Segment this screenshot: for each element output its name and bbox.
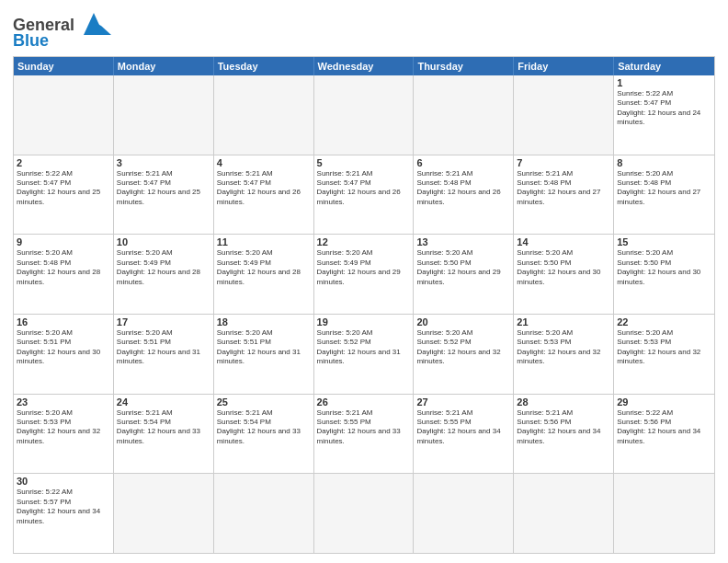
cal-week-5: 30Sunrise: 5:22 AMSunset: 5:57 PMDayligh… [14, 473, 714, 553]
cal-cell-empty [14, 75, 114, 155]
cell-info: Sunrise: 5:20 AMSunset: 5:50 PMDaylight:… [617, 248, 711, 287]
cell-info: Sunrise: 5:22 AMSunset: 5:57 PMDaylight:… [17, 488, 110, 526]
cell-info: Sunrise: 5:20 AMSunset: 5:51 PMDaylight:… [217, 328, 311, 367]
cell-info: Sunrise: 5:20 AMSunset: 5:50 PMDaylight:… [517, 248, 610, 287]
cal-cell-25: 25Sunrise: 5:21 AMSunset: 5:54 PMDayligh… [214, 395, 314, 474]
cal-cell-5: 5Sunrise: 5:21 AMSunset: 5:47 PMDaylight… [314, 155, 415, 235]
day-number: 21 [517, 316, 610, 327]
cal-cell-empty [414, 75, 514, 155]
cell-info: Sunrise: 5:21 AMSunset: 5:48 PMDaylight:… [517, 169, 610, 208]
day-number: 11 [217, 236, 311, 247]
day-number: 14 [517, 236, 610, 247]
cal-cell-3: 3Sunrise: 5:21 AMSunset: 5:47 PMDaylight… [114, 155, 214, 235]
day-number: 13 [416, 236, 510, 247]
cell-info: Sunrise: 5:22 AMSunset: 5:56 PMDaylight:… [617, 408, 711, 447]
cal-cell-empty [514, 75, 614, 155]
cell-info: Sunrise: 5:20 AMSunset: 5:48 PMDaylight:… [617, 169, 711, 208]
cell-info: Sunrise: 5:21 AMSunset: 5:47 PMDaylight:… [117, 169, 210, 208]
cal-header-tuesday: Tuesday [214, 57, 314, 75]
cal-cell-30: 30Sunrise: 5:22 AMSunset: 5:57 PMDayligh… [14, 474, 114, 553]
cell-info: Sunrise: 5:20 AMSunset: 5:49 PMDaylight:… [117, 248, 210, 287]
cal-cell-7: 7Sunrise: 5:21 AMSunset: 5:48 PMDaylight… [514, 155, 614, 235]
cal-week-4: 23Sunrise: 5:20 AMSunset: 5:53 PMDayligh… [14, 394, 714, 474]
day-number: 3 [117, 157, 210, 168]
cal-cell-22: 22Sunrise: 5:20 AMSunset: 5:53 PMDayligh… [614, 315, 714, 394]
day-number: 26 [317, 396, 411, 408]
page: General Blue SundayMondayTuesdayWednesda… [0, 0, 728, 563]
cell-info: Sunrise: 5:21 AMSunset: 5:48 PMDaylight:… [416, 169, 510, 208]
cal-cell-empty [114, 75, 214, 155]
cell-info: Sunrise: 5:21 AMSunset: 5:54 PMDaylight:… [217, 408, 311, 447]
cell-info: Sunrise: 5:21 AMSunset: 5:56 PMDaylight:… [517, 408, 610, 447]
cal-cell-17: 17Sunrise: 5:20 AMSunset: 5:51 PMDayligh… [114, 315, 214, 394]
day-number: 27 [416, 396, 510, 408]
day-number: 28 [517, 396, 610, 408]
day-number: 17 [117, 316, 210, 327]
cal-header-sunday: Sunday [14, 57, 114, 75]
day-number: 22 [617, 316, 711, 327]
cal-cell-11: 11Sunrise: 5:20 AMSunset: 5:49 PMDayligh… [214, 235, 314, 314]
cell-info: Sunrise: 5:20 AMSunset: 5:52 PMDaylight:… [416, 328, 510, 367]
cell-info: Sunrise: 5:22 AMSunset: 5:47 PMDaylight:… [617, 89, 711, 128]
cal-header-monday: Monday [114, 57, 214, 75]
cal-header-thursday: Thursday [414, 57, 514, 75]
calendar: SundayMondayTuesdayWednesdayThursdayFrid… [13, 56, 715, 554]
day-number: 10 [117, 236, 210, 247]
cal-cell-26: 26Sunrise: 5:21 AMSunset: 5:55 PMDayligh… [314, 395, 415, 474]
cal-cell-23: 23Sunrise: 5:20 AMSunset: 5:53 PMDayligh… [14, 395, 114, 474]
day-number: 5 [317, 157, 411, 168]
cal-cell-empty [114, 474, 214, 553]
cal-cell-18: 18Sunrise: 5:20 AMSunset: 5:51 PMDayligh… [214, 315, 314, 394]
logo-blue-text: Blue [13, 31, 49, 51]
cal-cell-27: 27Sunrise: 5:21 AMSunset: 5:55 PMDayligh… [414, 395, 514, 474]
cal-header-friday: Friday [514, 57, 614, 75]
logo-icon [76, 9, 111, 37]
day-number: 7 [517, 157, 610, 168]
cal-cell-empty [214, 474, 314, 553]
day-number: 30 [17, 476, 110, 487]
calendar-header: SundayMondayTuesdayWednesdayThursdayFrid… [14, 57, 714, 75]
cal-cell-20: 20Sunrise: 5:20 AMSunset: 5:52 PMDayligh… [414, 315, 514, 394]
day-number: 23 [17, 396, 110, 408]
cal-cell-12: 12Sunrise: 5:20 AMSunset: 5:49 PMDayligh… [314, 235, 415, 314]
cell-info: Sunrise: 5:20 AMSunset: 5:48 PMDaylight:… [17, 248, 110, 287]
cell-info: Sunrise: 5:20 AMSunset: 5:53 PMDaylight:… [617, 328, 711, 367]
cell-info: Sunrise: 5:22 AMSunset: 5:47 PMDaylight:… [17, 169, 110, 208]
day-number: 19 [317, 316, 411, 327]
day-number: 2 [17, 157, 110, 168]
cell-info: Sunrise: 5:20 AMSunset: 5:53 PMDaylight:… [17, 408, 110, 447]
cal-cell-24: 24Sunrise: 5:21 AMSunset: 5:54 PMDayligh… [114, 395, 214, 474]
cal-cell-9: 9Sunrise: 5:20 AMSunset: 5:48 PMDaylight… [14, 235, 114, 314]
cal-cell-empty [414, 474, 514, 553]
cell-info: Sunrise: 5:20 AMSunset: 5:49 PMDaylight:… [217, 248, 311, 287]
cal-cell-empty [214, 75, 314, 155]
cal-week-1: 2Sunrise: 5:22 AMSunset: 5:47 PMDaylight… [14, 155, 714, 235]
cell-info: Sunrise: 5:20 AMSunset: 5:50 PMDaylight:… [416, 248, 510, 287]
cal-header-saturday: Saturday [614, 57, 714, 75]
cal-cell-13: 13Sunrise: 5:20 AMSunset: 5:50 PMDayligh… [414, 235, 514, 314]
header: General Blue [13, 9, 715, 51]
cal-week-0: 1Sunrise: 5:22 AMSunset: 5:47 PMDaylight… [14, 75, 714, 155]
cell-info: Sunrise: 5:21 AMSunset: 5:54 PMDaylight:… [117, 408, 210, 447]
cal-week-2: 9Sunrise: 5:20 AMSunset: 5:48 PMDaylight… [14, 234, 714, 314]
cal-week-3: 16Sunrise: 5:20 AMSunset: 5:51 PMDayligh… [14, 314, 714, 394]
calendar-body: 1Sunrise: 5:22 AMSunset: 5:47 PMDaylight… [14, 75, 714, 553]
cell-info: Sunrise: 5:20 AMSunset: 5:52 PMDaylight:… [317, 328, 411, 367]
day-number: 25 [217, 396, 311, 408]
cal-cell-2: 2Sunrise: 5:22 AMSunset: 5:47 PMDaylight… [14, 155, 114, 235]
cell-info: Sunrise: 5:21 AMSunset: 5:55 PMDaylight:… [416, 408, 510, 447]
day-number: 4 [217, 157, 311, 168]
cal-cell-16: 16Sunrise: 5:20 AMSunset: 5:51 PMDayligh… [14, 315, 114, 394]
cell-info: Sunrise: 5:21 AMSunset: 5:47 PMDaylight:… [217, 169, 311, 208]
day-number: 6 [416, 157, 510, 168]
cal-cell-4: 4Sunrise: 5:21 AMSunset: 5:47 PMDaylight… [214, 155, 314, 235]
cal-cell-8: 8Sunrise: 5:20 AMSunset: 5:48 PMDaylight… [614, 155, 714, 235]
cell-info: Sunrise: 5:21 AMSunset: 5:47 PMDaylight:… [317, 169, 411, 208]
day-number: 12 [317, 236, 411, 247]
cal-cell-empty [614, 474, 714, 553]
day-number: 9 [17, 236, 110, 247]
day-number: 15 [617, 236, 711, 247]
cal-cell-empty [314, 75, 415, 155]
day-number: 20 [416, 316, 510, 327]
day-number: 18 [217, 316, 311, 327]
